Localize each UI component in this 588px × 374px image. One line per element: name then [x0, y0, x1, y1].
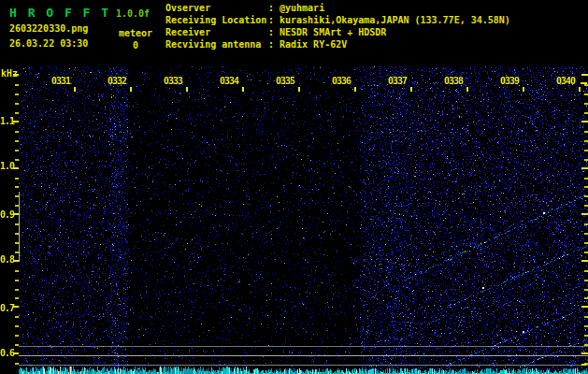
time-axis-label: 0333	[164, 76, 182, 86]
info-value: kurashiki,Okayama,JAPAN (133.77E, 34.58N…	[280, 14, 510, 26]
freq-axis-label: 0.9	[0, 209, 14, 220]
info-colon: :	[268, 26, 280, 38]
info-label: Ovserver	[165, 2, 268, 14]
time-axis-label: 0339	[500, 76, 519, 86]
time-axis-label: 0334	[220, 76, 238, 86]
info-value: Radix RY-62V	[280, 38, 347, 50]
info-row-observer: Ovserver:@yuhmari	[165, 2, 510, 14]
info-colon: :	[268, 2, 280, 14]
info-label: Receiver	[165, 26, 268, 38]
time-axis-label: 0338	[444, 76, 463, 86]
time-axis-label: 0336	[332, 76, 351, 86]
freq-axis-label: 0.7	[0, 303, 14, 313]
info-row-receiver: Receiver:NESDR SMArt + HDSDR	[165, 26, 510, 38]
time-axis-label: 0335	[276, 76, 294, 86]
info-row-location: Receiving Location:kurashiki,Okayama,JAP…	[165, 14, 510, 26]
app-version: 1.0.0f	[116, 8, 150, 19]
meteor-count-value: 0	[112, 40, 159, 50]
info-label: Receiving Location	[165, 14, 268, 26]
spectrogram-canvas	[0, 65, 588, 374]
info-colon: :	[268, 38, 280, 50]
time-axis-label: 0340	[556, 76, 575, 86]
meteor-count-label: meteor	[112, 28, 159, 38]
info-value: @yuhmari	[280, 2, 324, 14]
info-row-antenna: Recviving antenna:Radix RY-62V	[165, 38, 510, 50]
output-filename: 2603220330.png	[9, 23, 88, 34]
observer-info-block: Ovserver:@yuhmari Receiving Location:kur…	[165, 2, 510, 50]
freq-axis-label: 0.6	[0, 348, 14, 358]
time-axis-label: 0331	[51, 76, 70, 86]
freq-axis-label: 1.1	[0, 116, 14, 126]
time-axis-label: 0332	[108, 76, 126, 86]
time-axis-label: 0337	[388, 76, 407, 86]
freq-axis-label: 0.8	[0, 254, 14, 265]
observation-datetime: 26.03.22 03:30	[9, 38, 88, 49]
info-label: Recviving antenna	[165, 38, 268, 50]
info-colon: :	[268, 14, 280, 26]
hrofft-screen: H R O F F T 1.0.0f 2603220330.png 26.03.…	[0, 0, 588, 374]
app-title: H R O F F T	[9, 6, 110, 20]
info-value: NESDR SMArt + HDSDR	[280, 26, 386, 38]
freq-axis-label: 1.0	[0, 161, 14, 171]
freq-axis-unit: kHz	[1, 68, 18, 79]
